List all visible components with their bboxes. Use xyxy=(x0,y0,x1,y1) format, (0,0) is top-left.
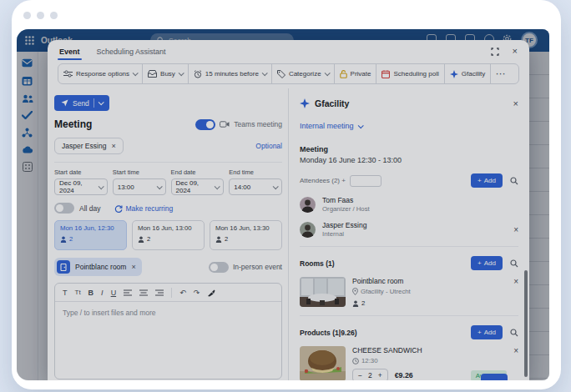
expand-icon[interactable] xyxy=(491,48,499,56)
add-product-button[interactable]: +Add xyxy=(471,325,503,339)
add-button-partial[interactable] xyxy=(481,374,508,380)
org-network-icon[interactable] xyxy=(22,128,33,138)
datetime-fields: Start date Dec 09, 2024 Start time 13:00… xyxy=(54,168,282,195)
meeting-type-dropdown[interactable]: Internal meeting xyxy=(300,122,518,130)
start-time-select[interactable]: 13:00 xyxy=(113,178,166,195)
end-date-label: End date xyxy=(171,168,225,176)
underline-icon[interactable]: U xyxy=(111,289,117,297)
attendee-role: Internal xyxy=(322,230,366,238)
search-attendee-icon[interactable] xyxy=(510,177,518,185)
make-recurring-link[interactable]: Make recurring xyxy=(114,204,174,213)
ellipsis-icon: ··· xyxy=(496,70,506,78)
time-suggestions: Mon 16 Jun, 12:30 2 Mon 16 Jun, 13:00 2 … xyxy=(54,220,282,250)
suggestion-card[interactable]: Mon 16 Jun, 13:30 2 xyxy=(210,220,282,250)
text-style-icon[interactable]: T xyxy=(63,289,68,297)
product-photo xyxy=(300,346,346,380)
remove-attendee-icon[interactable]: × xyxy=(513,225,518,234)
send-button[interactable]: Send xyxy=(54,95,109,111)
undo-icon[interactable]: ↶ xyxy=(179,289,186,297)
in-person-toggle[interactable] xyxy=(209,262,229,273)
start-date-select[interactable]: Dec 09, 2024 xyxy=(54,178,108,195)
calendar-icon[interactable] xyxy=(22,76,33,86)
onedrive-cloud-icon[interactable] xyxy=(22,146,33,153)
align-center-icon[interactable] xyxy=(139,289,148,296)
editor-body[interactable]: Type / to insert files and more xyxy=(55,302,281,324)
event-form: Send Meeting Teams meeting xyxy=(48,88,288,380)
align-right-icon[interactable] xyxy=(155,289,164,296)
event-dialog: Event Scheduling Assistant × Response op… xyxy=(48,40,529,380)
plus-icon[interactable]: + xyxy=(378,371,382,379)
scheduling-poll-button[interactable]: Scheduling poll xyxy=(376,64,444,83)
editor-toolbar: T Tt B I U ↶ ↷ xyxy=(55,284,281,302)
teams-meeting-label: Teams meeting xyxy=(234,120,282,128)
optional-link[interactable]: Optional xyxy=(255,142,282,150)
recurring-icon xyxy=(114,204,123,213)
reminder-button[interactable]: 15 minutes before xyxy=(189,64,272,83)
redo-icon[interactable]: ↷ xyxy=(194,289,200,297)
more-options-button[interactable]: ··· xyxy=(491,64,511,83)
window-dot[interactable] xyxy=(23,12,31,19)
private-button[interactable]: Private xyxy=(335,64,377,83)
end-time-select[interactable]: 14:00 xyxy=(229,178,282,195)
response-options-button[interactable]: Response options xyxy=(58,64,143,83)
teams-meeting-toggle[interactable] xyxy=(195,119,215,130)
room-name: Pointblanc room xyxy=(352,277,507,285)
room-photo xyxy=(300,277,346,307)
todo-check-icon[interactable] xyxy=(22,111,33,119)
person-icon xyxy=(215,236,222,243)
attendee-name: Jasper Essing xyxy=(322,221,366,229)
end-date-select[interactable]: Dec 09, 2024 xyxy=(171,178,225,195)
remove-attendee-icon[interactable]: × xyxy=(111,143,115,150)
tab-event[interactable]: Event xyxy=(58,42,82,60)
avatar xyxy=(300,222,316,238)
event-title[interactable]: Meeting xyxy=(54,118,195,130)
window-controls[interactable] xyxy=(23,12,58,19)
all-day-toggle[interactable] xyxy=(54,203,74,214)
busy-icon xyxy=(148,70,157,78)
format-painter-icon[interactable] xyxy=(207,289,215,297)
more-apps-icon[interactable] xyxy=(23,162,33,172)
align-left-icon[interactable] xyxy=(124,289,132,296)
app-launcher-icon[interactable] xyxy=(25,36,34,45)
window-dot[interactable] xyxy=(50,12,58,19)
panel-scrollbar[interactable] xyxy=(524,270,528,377)
products-label: Products (1|9.26) xyxy=(300,329,357,337)
search-room-icon[interactable] xyxy=(510,259,518,268)
remove-product-icon[interactable]: × xyxy=(513,346,518,355)
remove-room-icon[interactable]: × xyxy=(131,264,135,271)
font-size-icon[interactable]: Tt xyxy=(75,289,81,296)
busy-status-button[interactable]: Busy xyxy=(143,64,189,83)
window-dot[interactable] xyxy=(37,12,44,19)
people-icon[interactable] xyxy=(22,94,33,103)
gfacility-button[interactable]: Gfacility xyxy=(445,64,491,83)
end-time-label: End time xyxy=(229,168,282,176)
gfacility-icon xyxy=(450,70,458,78)
search-product-icon[interactable] xyxy=(510,329,518,337)
mail-icon[interactable] xyxy=(22,58,33,68)
attendees-label: Attendees (2) + xyxy=(300,177,346,184)
sliders-icon xyxy=(63,70,73,78)
bold-icon[interactable]: B xyxy=(88,289,94,297)
quantity-stepper[interactable]: − 2 + xyxy=(352,369,388,380)
categorize-button[interactable]: Categorize xyxy=(272,64,335,83)
attendee-chip[interactable]: Jasper Essing × xyxy=(54,138,124,154)
person-icon xyxy=(352,300,359,307)
add-room-button[interactable]: +Add xyxy=(471,256,503,270)
suggestion-card-selected[interactable]: Mon 16 Jun, 12:30 2 xyxy=(54,220,127,250)
italic-icon[interactable]: I xyxy=(101,289,104,297)
panel-title: Gfacility xyxy=(315,98,508,108)
add-attendee-button[interactable]: +Add xyxy=(471,173,503,188)
room-location: Gfacility - Utrecht xyxy=(361,288,411,295)
app-rail xyxy=(17,52,38,380)
attendee-quick-input[interactable] xyxy=(350,175,382,187)
minus-icon[interactable]: − xyxy=(358,371,362,379)
gfacility-logo-icon xyxy=(300,98,310,108)
close-icon[interactable]: × xyxy=(513,47,518,56)
suggestion-card[interactable]: Mon 16 Jun, 13:00 2 xyxy=(132,220,205,250)
send-icon xyxy=(61,99,68,107)
tab-scheduling-assistant[interactable]: Scheduling Assistant xyxy=(95,42,168,60)
close-panel-icon[interactable]: × xyxy=(513,99,518,108)
poll-calendar-icon xyxy=(382,70,390,78)
remove-room-icon[interactable]: × xyxy=(513,277,518,286)
room-chip[interactable]: Pointblanc room × xyxy=(54,258,142,276)
